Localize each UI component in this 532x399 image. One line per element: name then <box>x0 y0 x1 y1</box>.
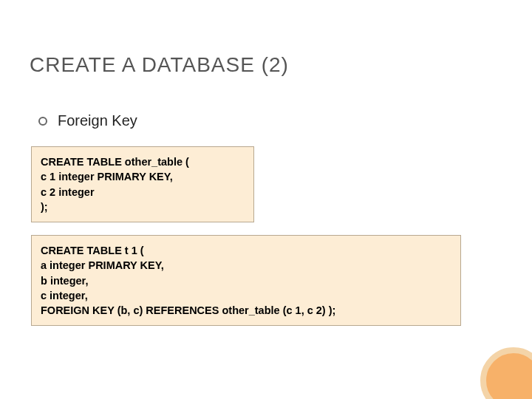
code-block-other-table: CREATE TABLE other_table ( c 1 integer P… <box>31 146 254 222</box>
subtitle-text: Foreign Key <box>58 112 137 129</box>
bullet-icon <box>38 117 47 126</box>
subtitle-row: Foreign Key <box>38 112 137 129</box>
decor-circle-icon <box>480 347 532 399</box>
slide-title: CREATE A DATABASE (2) <box>30 53 289 77</box>
code-block-t1: CREATE TABLE t 1 ( a integer PRIMARY KEY… <box>31 235 461 326</box>
